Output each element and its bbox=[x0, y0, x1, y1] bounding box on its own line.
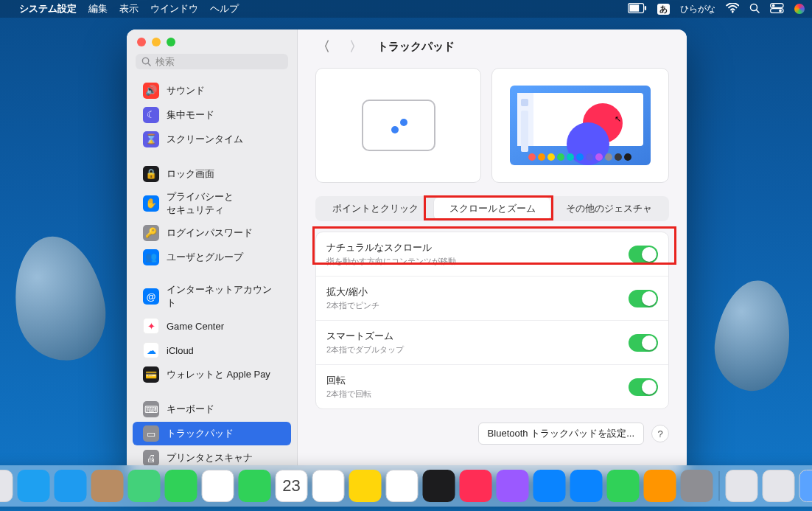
search-icon bbox=[141, 57, 151, 66]
setting-rotate: 回転 2本指で回転 bbox=[316, 364, 668, 409]
sidebar-item-label: トラックパッド bbox=[167, 427, 234, 440]
setting-pinch-zoom: 拡大/縮小 2本指でピンチ bbox=[316, 276, 668, 320]
dock-podcasts[interactable] bbox=[497, 470, 529, 502]
menubar-edit[interactable]: 編集 bbox=[88, 2, 108, 15]
sidebar-item-internet-accounts[interactable]: @ インターネットアカウント bbox=[133, 279, 291, 313]
sidebar-item-label: 集中モード bbox=[167, 108, 214, 122]
sidebar-item-lockscreen[interactable]: 🔒 ロック画面 bbox=[133, 162, 291, 186]
page-title: トラックパッド bbox=[377, 40, 455, 54]
sidebar-item-label: プリンタとスキャナ bbox=[167, 451, 253, 465]
dock-screenshot[interactable] bbox=[763, 470, 795, 502]
key-icon: 🔑 bbox=[143, 225, 159, 241]
help-button[interactable]: ? bbox=[651, 425, 669, 442]
setting-title: 回転 bbox=[326, 374, 371, 387]
trackpad-icon: ▭ bbox=[143, 425, 159, 442]
trackpad-illustration bbox=[362, 100, 435, 151]
sidebar-item-users[interactable]: 👥 ユーザとグループ bbox=[133, 246, 291, 269]
toggle-pinch-zoom[interactable] bbox=[629, 290, 658, 307]
sidebar-item-screentime[interactable]: ⌛ スクリーンタイム bbox=[133, 128, 291, 151]
dock-safari[interactable] bbox=[18, 470, 50, 502]
users-icon: 👥 bbox=[143, 249, 159, 265]
input-mode-badge[interactable]: あ bbox=[657, 4, 670, 15]
dock-freeform[interactable] bbox=[386, 470, 419, 502]
toggle-rotate[interactable] bbox=[629, 378, 658, 396]
sidebar-item-label: サウンド bbox=[167, 84, 205, 97]
dock-contacts[interactable] bbox=[91, 470, 124, 502]
dock-downloads[interactable] bbox=[726, 470, 758, 502]
menubar: システム設定 編集 表示 ウインドウ ヘルプ あ ひらがな bbox=[0, 0, 812, 18]
tab-scroll-zoom[interactable]: スクロールとズーム bbox=[434, 198, 551, 220]
setting-subtitle: 指を動かす方向にコンテンツが移動 bbox=[326, 256, 456, 267]
spotlight-icon[interactable] bbox=[749, 3, 760, 15]
close-button[interactable] bbox=[137, 38, 146, 46]
sidebar-item-privacy[interactable]: ✋ プライバシーと セキュリティ bbox=[133, 187, 291, 220]
dock-folder[interactable] bbox=[799, 470, 813, 502]
tab-point-click[interactable]: ポイントとクリック bbox=[317, 198, 434, 220]
svg-line-5 bbox=[757, 10, 760, 13]
dock-numbers[interactable] bbox=[607, 470, 640, 502]
dock-music[interactable] bbox=[460, 470, 492, 502]
search-input[interactable]: 検索 bbox=[136, 54, 288, 69]
dock-settings[interactable] bbox=[681, 470, 713, 502]
sidebar-item-wallet[interactable]: 💳 ウォレットと Apple Pay bbox=[133, 363, 291, 386]
svg-point-9 bbox=[779, 9, 782, 12]
tab-more-gestures[interactable]: その他のジェスチャ bbox=[550, 198, 668, 220]
dock-notes[interactable] bbox=[349, 470, 382, 502]
sidebar-item-loginpassword[interactable]: 🔑 ログインパスワード bbox=[133, 221, 291, 245]
control-center-icon[interactable] bbox=[770, 3, 784, 15]
sidebar-item-label: インターネットアカウント bbox=[167, 283, 281, 310]
printer-icon: 🖨 bbox=[143, 450, 159, 466]
menubar-help[interactable]: ヘルプ bbox=[210, 2, 239, 15]
svg-point-7 bbox=[772, 4, 775, 7]
sidebar-item-trackpad[interactable]: ▭ トラックパッド bbox=[133, 422, 291, 445]
dock-facetime[interactable] bbox=[239, 470, 271, 502]
wifi-icon[interactable] bbox=[726, 3, 740, 15]
toggle-natural-scroll[interactable] bbox=[629, 246, 658, 263]
hourglass-icon: ⌛ bbox=[143, 131, 159, 147]
siri-icon[interactable] bbox=[794, 4, 805, 14]
dock-keynote[interactable] bbox=[570, 470, 603, 502]
sidebar-item-sound[interactable]: 🔊 サウンド bbox=[133, 79, 291, 102]
toggle-smart-zoom[interactable] bbox=[629, 334, 658, 352]
dock-maps[interactable] bbox=[128, 470, 161, 502]
cloud-icon: ☁ bbox=[143, 342, 159, 358]
sidebar-item-label: ユーザとグループ bbox=[167, 251, 243, 264]
dock-launchpad[interactable] bbox=[0, 470, 13, 502]
sidebar-item-focus[interactable]: ☾ 集中モード bbox=[133, 103, 291, 127]
dock-calendar[interactable]: 23 bbox=[276, 470, 308, 502]
sidebar-item-keyboard[interactable]: ⌨ キーボード bbox=[133, 397, 291, 421]
dock-tv[interactable] bbox=[423, 470, 455, 502]
dock-reminders[interactable] bbox=[312, 470, 345, 502]
menubar-window[interactable]: ウインドウ bbox=[150, 2, 198, 15]
sidebar-item-gamecenter[interactable]: ✦ Game Center bbox=[133, 314, 291, 338]
setting-subtitle: 2本指でピンチ bbox=[326, 300, 379, 311]
nav-back-button[interactable]: 〈 bbox=[312, 36, 335, 57]
dock-messages[interactable] bbox=[165, 470, 197, 502]
system-settings-window: 検索 🔊 サウンド ☾ 集中モード ⌛ スクリーンタイム 🔒 ロック画面 bbox=[127, 29, 687, 472]
minimize-button[interactable] bbox=[152, 38, 161, 46]
menubar-app[interactable]: システム設定 bbox=[19, 2, 77, 15]
dock-mail[interactable] bbox=[55, 470, 87, 502]
nav-forward-button[interactable]: 〉 bbox=[345, 36, 367, 57]
menubar-view[interactable]: 表示 bbox=[119, 2, 139, 15]
dock-pages[interactable] bbox=[644, 470, 676, 502]
desktop-preview: ↖ bbox=[491, 68, 669, 183]
setting-subtitle: 2本指で回転 bbox=[326, 389, 371, 400]
gamecenter-icon: ✦ bbox=[143, 318, 159, 334]
sidebar-item-icloud[interactable]: ☁ iCloud bbox=[133, 338, 291, 362]
hand-icon: ✋ bbox=[143, 195, 159, 212]
dock-appstore[interactable] bbox=[533, 470, 566, 502]
bluetooth-trackpad-button[interactable]: Bluetooth トラックパッドを設定... bbox=[478, 423, 644, 445]
window-controls bbox=[127, 29, 297, 54]
setting-subtitle: 2本指でダブルタップ bbox=[326, 344, 404, 355]
search-placeholder: 検索 bbox=[155, 55, 175, 69]
moon-icon: ☾ bbox=[143, 107, 159, 123]
zoom-button[interactable] bbox=[167, 38, 175, 46]
dock-photos[interactable] bbox=[202, 470, 234, 502]
sidebar-item-label: スクリーンタイム bbox=[167, 133, 243, 146]
setting-title: 拡大/縮小 bbox=[326, 285, 379, 299]
battery-icon[interactable] bbox=[628, 3, 647, 15]
settings-card: ナチュラルなスクロール 指を動かす方向にコンテンツが移動 拡大/縮小 2本指でピ… bbox=[315, 232, 669, 409]
lock-icon: 🔒 bbox=[143, 166, 159, 182]
sidebar-item-label: Game Center bbox=[167, 321, 224, 332]
